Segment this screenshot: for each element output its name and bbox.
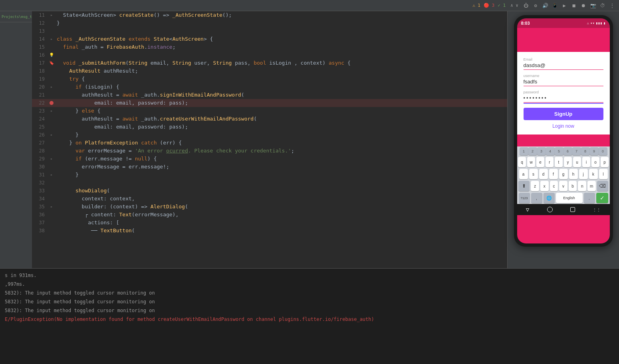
code-line-32: 32 [32, 179, 507, 187]
main-area: Projects\msg_test 11▸ State<AuthScreen> … [0, 11, 619, 268]
kb-key-1[interactable]: 1 [520, 147, 528, 155]
code-editor: 11▸ State<AuthScreen> createState() => _… [32, 11, 507, 268]
username-value[interactable]: fsadfs [524, 79, 603, 86]
kb-key-a[interactable]: a [519, 169, 528, 179]
code-line-28: 28 var errorMessage = 'An error ocurred.… [32, 147, 507, 155]
fold-icon: ▸ [50, 83, 53, 91]
line-content: } [55, 131, 507, 139]
line-content: ┌ content: Text(errorMessage), [55, 211, 507, 219]
kb-key-t[interactable]: t [555, 157, 563, 167]
line-content: ── TextButton( [55, 227, 507, 235]
settings-icon[interactable]: ⚙ [532, 2, 539, 9]
password-label: password [524, 90, 603, 94]
login-link[interactable]: Login now [524, 123, 603, 129]
kb-key-d[interactable]: d [539, 169, 548, 179]
kb-key-z[interactable]: z [531, 181, 539, 191]
kb-key-m[interactable]: m [587, 181, 596, 191]
kb-key-s[interactable]: s [529, 169, 538, 179]
kb-key-p[interactable]: p [601, 157, 609, 167]
nav-recents-button[interactable] [570, 207, 575, 212]
kb-key-v[interactable]: v [559, 181, 567, 191]
kb-key-x[interactable]: x [540, 181, 549, 191]
line-number: 22 [32, 99, 48, 107]
kb-space-key[interactable]: English [556, 193, 583, 203]
kb-key-4[interactable]: 4 [546, 147, 555, 155]
kb-key-i[interactable]: i [582, 157, 590, 167]
nav-menu-icon[interactable]: ⋮⋮ [593, 208, 601, 212]
line-number: 32 [32, 179, 48, 187]
wifi-icon: ▾▾ [590, 21, 595, 25]
kb-backspace-key[interactable]: ⌫ [597, 181, 608, 191]
kb-done-key[interactable]: ✓ [596, 193, 608, 203]
kb-key-2[interactable]: 2 [528, 147, 537, 155]
password-field: password •••••••• [524, 90, 603, 104]
nav-back-icon[interactable]: ▽ [526, 206, 529, 213]
kb-numeric-key[interactable]: ?123 [519, 193, 530, 203]
kb-key-u[interactable]: u [573, 157, 581, 167]
kb-key-l[interactable]: l [599, 169, 608, 179]
code-line-15: 15 final _auth = FirebaseAuth.instance; [32, 43, 507, 51]
line-content: try { [55, 75, 507, 83]
play-icon[interactable]: ▶ [561, 2, 568, 9]
line-content: errorMessage = err.message!; [55, 163, 507, 171]
kb-comma-key[interactable]: , [531, 193, 542, 203]
kb-globe-key[interactable]: 🌐 [544, 193, 555, 203]
top-toolbar: ⚠ 1 🔴 3 ✓ 1 ∧ ∨ ⏻ ⚙ 🔊 📱 ▶ ■ ⏺ 📷 ⏱ ⋮ [0, 0, 619, 11]
password-value[interactable]: •••••••• [524, 95, 603, 103]
line-number: 26 [32, 131, 48, 139]
power-icon[interactable]: ⏻ [522, 2, 530, 9]
kb-key-7[interactable]: 7 [572, 147, 581, 155]
phone-icon[interactable]: 📱 [551, 2, 558, 9]
kb-key-j[interactable]: j [579, 169, 588, 179]
code-line-34: 34 context: context, [32, 195, 507, 203]
volume-icon[interactable]: 🔊 [542, 2, 549, 9]
kb-key-5[interactable]: 5 [555, 147, 563, 155]
kb-key-w[interactable]: w [527, 157, 535, 167]
kb-key-9[interactable]: 9 [590, 147, 599, 155]
line-gutter: ▸ [48, 107, 55, 115]
stop-icon[interactable]: ■ [570, 2, 577, 9]
line-content: if (err.message != null) { [55, 155, 507, 163]
record-icon[interactable]: ⏺ [580, 2, 587, 9]
code-line-29: 29▸ if (err.message != null) { [32, 155, 507, 163]
kb-key-f[interactable]: f [549, 169, 558, 179]
code-line-17: 17🔖 void _submitAuthForm(String email, S… [32, 59, 507, 67]
more-icon[interactable]: ⋮ [609, 2, 616, 9]
kb-key-y[interactable]: y [564, 157, 572, 167]
line-content: final _auth = FirebaseAuth.instance; [55, 43, 507, 51]
kb-key-q[interactable]: q [518, 157, 526, 167]
kb-key-g[interactable]: g [559, 169, 568, 179]
nav-home-button[interactable] [547, 207, 553, 212]
kb-key-0[interactable]: 0 [599, 147, 607, 155]
kb-key-r[interactable]: r [546, 157, 554, 167]
kb-key-b[interactable]: b [569, 181, 577, 191]
warning-count: ⚠ 1 [472, 3, 480, 8]
history-icon[interactable]: ⏱ [599, 2, 606, 9]
signal-icon: ▮▮▮ [596, 21, 602, 25]
camera-icon[interactable]: 📷 [589, 2, 597, 9]
kb-key-k[interactable]: k [589, 169, 598, 179]
fold-icon: ▸ [50, 107, 53, 115]
signup-button[interactable]: SignUp [524, 108, 603, 120]
line-number: 25 [32, 123, 48, 131]
line-number: 37 [32, 219, 48, 227]
kb-key-e[interactable]: e [536, 157, 544, 167]
kb-key-3[interactable]: 3 [537, 147, 546, 155]
kb-key-o[interactable]: o [591, 157, 599, 167]
email-value[interactable]: dasdsa@ [524, 62, 603, 70]
kb-key-8[interactable]: 8 [581, 147, 590, 155]
code-line-35: 35▸ builder: (context) => AlertDialog( [32, 203, 507, 211]
kb-key-6[interactable]: 6 [563, 147, 572, 155]
fold-icon: ▸ [50, 11, 53, 19]
keyboard-bottom-row: ?123 , 🌐 English . ✓ [517, 192, 610, 204]
kb-key-n[interactable]: n [578, 181, 586, 191]
line-number: 12 [32, 19, 48, 27]
code-line-20: 20▸ if (isLogin) { [32, 83, 507, 91]
code-line-12: 12} [32, 19, 507, 27]
kb-period-key[interactable]: . [584, 193, 595, 203]
kb-key-c[interactable]: c [550, 181, 558, 191]
kb-key-h[interactable]: h [569, 169, 578, 179]
line-content: context: context, [55, 195, 507, 203]
nav-arrows[interactable]: ∧ ∨ [510, 3, 518, 8]
kb-shift-key[interactable]: ⬆ [518, 181, 530, 191]
